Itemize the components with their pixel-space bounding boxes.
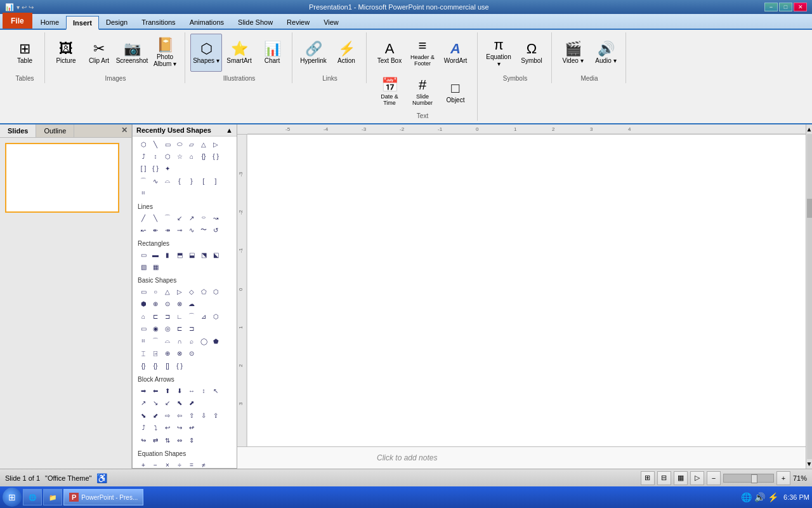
shape-item[interactable]: ⇔: [174, 434, 185, 446]
tab-transitions[interactable]: Transitions: [134, 15, 182, 29]
shape-item[interactable]: ⊙: [162, 298, 173, 309]
tab-file[interactable]: File: [3, 13, 32, 29]
shape-item[interactable]: ⇕: [186, 434, 197, 446]
scroll-down-button[interactable]: ▼: [806, 460, 812, 467]
shape-item[interactable]: {}: [198, 150, 209, 162]
shape-item[interactable]: ⌔: [198, 212, 209, 224]
taskbar-explorer[interactable]: 📁: [43, 489, 62, 505]
insert-header-button[interactable]: ≡ Header & Footer: [407, 34, 438, 72]
slide-thumbnail-1[interactable]: [5, 143, 119, 213]
shape-item[interactable]: ⌒: [186, 311, 197, 322]
shape-item[interactable]: ⤴: [138, 150, 149, 162]
shape-item[interactable]: ⌂: [186, 150, 197, 162]
shape-item[interactable]: {: [174, 175, 185, 187]
shape-item[interactable]: ▱: [186, 138, 197, 150]
shape-item[interactable]: []: [162, 360, 173, 371]
shape-item[interactable]: ▧: [138, 261, 149, 272]
shape-item[interactable]: ↩: [162, 422, 173, 433]
shape-item[interactable]: −: [150, 459, 161, 469]
insert-hyperlink-button[interactable]: 🔗 Hyperlink: [298, 34, 329, 72]
accessibility-icon[interactable]: ♿: [96, 473, 107, 483]
shape-item[interactable]: ↺: [210, 224, 221, 236]
zoom-out-button[interactable]: −: [707, 471, 721, 485]
shape-item[interactable]: ⬊: [138, 410, 149, 421]
shape-item[interactable]: ↞: [150, 224, 161, 236]
shape-item[interactable]: ➡: [138, 385, 149, 396]
maximize-button[interactable]: □: [779, 3, 792, 11]
shape-item[interactable]: ↖: [210, 385, 221, 396]
insert-audio-button[interactable]: 🔊 Audio ▾: [590, 34, 622, 72]
shape-item[interactable]: ▭: [138, 249, 149, 260]
shape-item[interactable]: ⍈: [150, 347, 161, 359]
shape-item[interactable]: ⬡: [210, 286, 221, 297]
shape-item[interactable]: ∩: [174, 335, 185, 347]
close-panel-button[interactable]: ✕: [117, 124, 131, 137]
insert-symbol-button[interactable]: Ω Symbol: [516, 34, 547, 72]
shape-item[interactable]: ×: [162, 459, 173, 469]
shape-item[interactable]: ⬡: [162, 150, 173, 162]
shape-item[interactable]: ▷: [174, 286, 185, 297]
tab-outline[interactable]: Outline: [36, 124, 74, 137]
shape-item[interactable]: ⊐: [186, 323, 197, 334]
shape-item[interactable]: ⌒: [150, 335, 161, 347]
insert-photoalbum-button[interactable]: 📔 Photo Album ▾: [149, 34, 181, 72]
shape-item[interactable]: ↗: [186, 212, 197, 224]
shape-item[interactable]: ⌒: [162, 212, 173, 224]
insert-clipart-button[interactable]: ✂ Clip Art: [83, 34, 115, 72]
shape-item[interactable]: ]: [210, 175, 221, 187]
insert-equation-button[interactable]: π Equation ▾: [483, 34, 514, 72]
shape-item[interactable]: ⊕: [150, 298, 161, 309]
shape-item[interactable]: ↠: [162, 224, 173, 236]
shape-item[interactable]: ⬇: [174, 385, 185, 396]
shape-item[interactable]: ⊗: [174, 347, 185, 359]
shape-item[interactable]: ⊕: [162, 347, 173, 359]
shape-item[interactable]: [: [198, 175, 209, 187]
taskbar-ie[interactable]: 🌐: [23, 489, 42, 505]
close-button[interactable]: ✕: [794, 3, 807, 11]
shape-item[interactable]: ⊙: [186, 347, 197, 359]
insert-textbox-button[interactable]: A Text Box: [374, 34, 405, 72]
shape-item[interactable]: ⇦: [174, 410, 185, 421]
shape-item[interactable]: ⇧: [186, 410, 197, 421]
shape-item[interactable]: ⬈: [186, 397, 197, 408]
shape-item[interactable]: ⌒: [138, 175, 149, 187]
shape-item[interactable]: +: [138, 459, 149, 469]
shape-item[interactable]: ⇄: [150, 434, 161, 446]
scroll-up-icon[interactable]: ▲: [226, 126, 233, 134]
shape-item[interactable]: ▷: [210, 138, 221, 150]
shape-item[interactable]: ↙: [174, 212, 185, 224]
insert-wordart-button[interactable]: A WordArt: [440, 34, 471, 72]
shape-item[interactable]: ◉: [150, 323, 161, 334]
shape-item[interactable]: ↔: [186, 385, 197, 396]
insert-smartart-button[interactable]: ⭐ SmartArt: [223, 34, 255, 72]
zoom-thumb[interactable]: [751, 474, 757, 483]
shape-item[interactable]: }: [186, 175, 197, 187]
tab-slideshow[interactable]: Slide Show: [231, 15, 280, 29]
shape-item[interactable]: ⬢: [138, 298, 149, 309]
shape-item[interactable]: ⊏: [174, 323, 185, 334]
shape-item[interactable]: ⇨: [162, 410, 173, 421]
tab-review[interactable]: Review: [280, 15, 317, 29]
shape-item[interactable]: ╱: [138, 212, 149, 224]
shape-item[interactable]: ⬟: [210, 335, 221, 347]
shape-item[interactable]: ▮: [162, 249, 173, 260]
shape-item[interactable]: ⊗: [174, 298, 185, 309]
shape-item[interactable]: 〜: [198, 224, 209, 236]
shape-item[interactable]: ∟: [174, 311, 185, 322]
shape-item[interactable]: ⬕: [210, 249, 221, 260]
shape-item[interactable]: ⊸: [174, 224, 185, 236]
insert-table-button[interactable]: ⊞ Table: [9, 34, 41, 72]
shape-item[interactable]: ↙: [162, 397, 173, 408]
shape-item[interactable]: ⇅: [162, 434, 173, 446]
insert-slidenumber-button[interactable]: # Slide Number: [407, 73, 438, 111]
shape-item[interactable]: ↪: [174, 422, 185, 433]
shape-item[interactable]: ☁: [186, 298, 197, 309]
shape-item[interactable]: ⬋: [150, 410, 161, 421]
slide-sorter-button[interactable]: ⊟: [657, 471, 671, 485]
shape-item[interactable]: ⬭: [174, 138, 185, 150]
tab-animations[interactable]: Animations: [183, 15, 231, 29]
scroll-up-button[interactable]: ▲: [806, 126, 812, 133]
shape-item[interactable]: ⌗: [138, 335, 149, 347]
shape-item[interactable]: ↗: [138, 397, 149, 408]
notes-area[interactable]: Click to add notes: [237, 446, 806, 469]
